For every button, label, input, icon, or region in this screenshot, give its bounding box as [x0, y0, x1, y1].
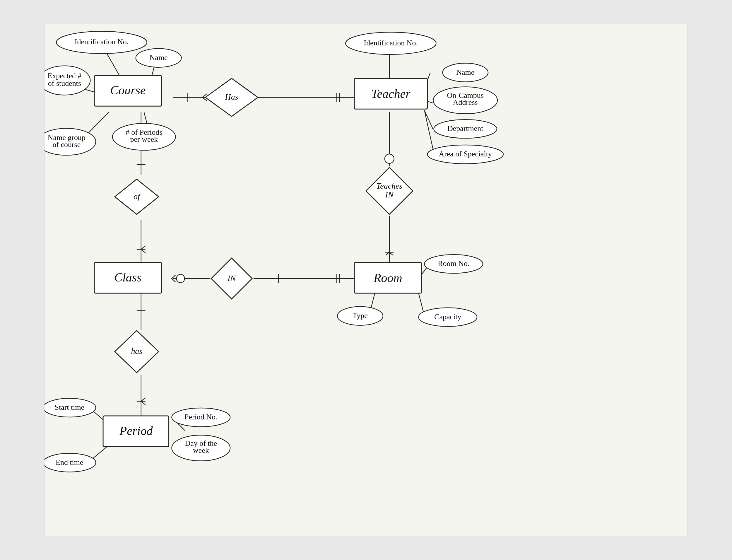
attr-period-day2: week [193, 446, 209, 455]
entity-class-label: Class [114, 271, 141, 284]
attr-room-no: Room No. [438, 259, 469, 268]
entity-period-label: Period [119, 424, 153, 438]
entity-teacher-label: Teacher [371, 87, 410, 100]
attr-course-namegroup2: of course [52, 140, 81, 149]
attr-course-periods2: per week [130, 135, 158, 144]
rel-in2-label: IN [227, 274, 236, 283]
attr-period-start: Start time [55, 403, 85, 412]
svg-line-32 [424, 110, 433, 150]
attr-course-id: Identification No. [75, 37, 129, 46]
svg-point-14 [176, 274, 185, 283]
attr-teacher-name: Name [456, 68, 474, 76]
attr-teacher-address2: Address [453, 98, 478, 107]
rel-teaches-in-label: Teaches [376, 181, 402, 190]
rel-in-label: IN [385, 190, 394, 199]
er-diagram-canvas: Course Teacher Class Room Period Has of … [44, 24, 688, 536]
attr-teacher-specialty: Area of Specialty [438, 150, 492, 158]
rel-has-label: Has [225, 92, 238, 101]
attr-period-end: End time [56, 458, 83, 467]
entity-room-label: Room [373, 271, 402, 285]
rel-of-label: of [134, 192, 141, 201]
svg-point-10 [385, 154, 394, 163]
attr-room-type: Type [353, 311, 367, 320]
entity-course-label: Course [110, 83, 146, 97]
attr-teacher-id: Identification No. [364, 39, 418, 47]
rel-has2-label: has [131, 346, 142, 356]
attr-course-students: of students [48, 79, 81, 88]
attr-course-name: Name [150, 53, 168, 62]
attr-room-capacity: Capacity [434, 313, 461, 321]
svg-line-31 [424, 110, 433, 129]
attr-period-no: Period No. [185, 413, 217, 421]
attr-course-expected: Expected # [47, 71, 81, 80]
attr-teacher-dept: Department [447, 124, 483, 133]
